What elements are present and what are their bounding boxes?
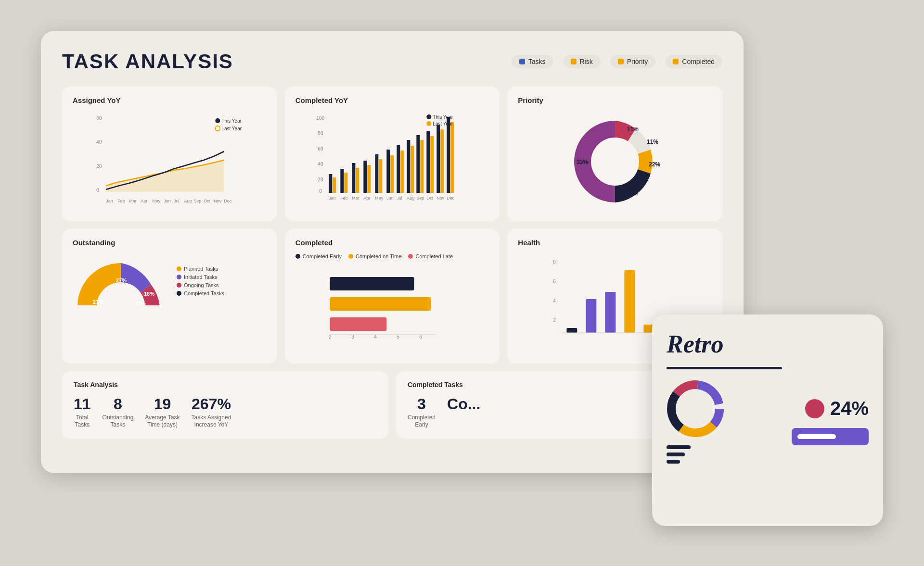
svg-rect-33	[356, 168, 359, 193]
legend-planned: Planned Tasks	[177, 266, 224, 272]
priority-donut-chart: 11% 11% 22% 22% 33%	[557, 106, 673, 212]
assigned-yoy-title: Assigned YoY	[73, 96, 267, 104]
svg-text:4: 4	[374, 334, 377, 340]
svg-text:60: 60	[318, 146, 323, 151]
outer-wrapper: TASK ANALYSIS Tasks Risk Priority Comple…	[41, 31, 883, 536]
retro-card: Retro	[652, 314, 883, 526]
priority-panel: Priority	[507, 87, 722, 221]
retro-left-section	[667, 380, 724, 464]
svg-rect-32	[352, 163, 355, 193]
tasks-dot	[519, 59, 525, 64]
retro-content: 24%	[667, 380, 869, 464]
svg-rect-31	[344, 173, 347, 193]
retro-progress-bar[interactable]	[792, 428, 869, 445]
svg-rect-49	[440, 129, 444, 193]
svg-text:Sep: Sep	[193, 199, 201, 203]
retro-bar-fill	[797, 434, 836, 439]
svg-text:Nov: Nov	[436, 196, 445, 201]
svg-rect-95	[625, 270, 635, 333]
svg-text:2: 2	[553, 317, 556, 323]
svg-text:6: 6	[419, 334, 422, 340]
svg-text:Last Year: Last Year	[433, 121, 453, 126]
legend-pill-risk[interactable]: Risk	[563, 55, 601, 68]
legend-pill-priority[interactable]: Priority	[610, 55, 656, 68]
outstanding-panel: Outstanding	[62, 229, 277, 364]
avg-task-time-stat: 19 Average TaskTime (days)	[145, 396, 180, 429]
svg-text:0: 0	[319, 189, 322, 194]
svg-text:0: 0	[96, 188, 99, 193]
svg-rect-35	[367, 165, 371, 193]
svg-text:Aug: Aug	[184, 199, 192, 203]
svg-text:May: May	[375, 196, 384, 201]
retro-menu-lines[interactable]	[667, 445, 691, 464]
svg-point-102	[680, 393, 711, 424]
dashboard-header: TASK ANALYSIS Tasks Risk Priority Comple…	[62, 50, 722, 73]
completed-yoy-title: Completed YoY	[295, 96, 489, 104]
svg-text:Mar: Mar	[352, 196, 359, 201]
dashboard-card: TASK ANALYSIS Tasks Risk Priority Comple…	[41, 31, 744, 473]
svg-text:80: 80	[318, 131, 323, 136]
task-analysis-stats-row: 11 TotalTasks 8 OutstandingTasks 19 Aver…	[74, 396, 377, 429]
total-tasks-label: TotalTasks	[74, 414, 91, 429]
svg-rect-48	[436, 125, 440, 193]
svg-text:Jul: Jul	[174, 199, 180, 203]
outstanding-title: Outstanding	[73, 239, 267, 247]
legend-pill-tasks[interactable]: Tasks	[512, 55, 553, 68]
legend-pill-completed[interactable]: Completed	[665, 55, 722, 68]
svg-rect-74	[73, 305, 169, 311]
completed-hbar-chart: 2 3 4 5 6	[295, 267, 489, 344]
priority-dot	[618, 59, 624, 64]
svg-text:Feb: Feb	[117, 199, 125, 203]
completed-other-value: Co...	[447, 396, 480, 412]
retro-donut	[667, 380, 724, 438]
legend-completed-tasks-label: Completed Tasks	[184, 290, 224, 296]
bottom-stats-row: Task Analysis 11 TotalTasks 8 Outstandin…	[62, 371, 722, 439]
svg-text:Jan: Jan	[106, 199, 113, 203]
retro-controls	[667, 443, 691, 464]
outstanding-chart: 27% 27% 18% 27%	[73, 253, 169, 311]
completed-early-stat: 3 CompletedEarly	[408, 396, 436, 429]
completed-dot	[673, 59, 679, 64]
menu-line-1	[667, 445, 691, 449]
completed-yoy-chart: 100 80 60 40 20 0	[295, 111, 489, 207]
legend-risk-label: Risk	[580, 58, 593, 65]
svg-text:60: 60	[96, 115, 102, 121]
svg-point-68	[591, 138, 639, 186]
svg-point-20	[215, 126, 220, 131]
svg-text:27%: 27%	[135, 301, 146, 306]
retro-percent-container: 24%	[805, 398, 869, 419]
svg-text:May: May	[152, 199, 161, 203]
svg-text:Jan: Jan	[329, 196, 336, 201]
menu-line-3	[667, 460, 680, 464]
svg-rect-38	[386, 150, 390, 193]
middle-charts-grid: Outstanding	[62, 229, 722, 364]
menu-line-2	[667, 453, 685, 456]
svg-text:Mar: Mar	[129, 199, 137, 203]
svg-text:Last Year: Last Year	[221, 126, 242, 131]
svg-text:3: 3	[351, 334, 354, 340]
completed-other-stat: Co...	[447, 396, 480, 414]
legend-completed-tasks: Completed Tasks	[177, 290, 224, 296]
health-title: Health	[518, 239, 712, 247]
assigned-yoy-panel: Assigned YoY 60 40 20 0 Jan Feb Mar Apr …	[62, 87, 277, 221]
total-tasks-value: 11	[74, 396, 91, 412]
legend-initiated-label: Initiated Tasks	[184, 274, 218, 280]
svg-text:11%: 11%	[647, 138, 658, 145]
priority-title: Priority	[518, 96, 712, 104]
svg-text:Sep: Sep	[416, 196, 424, 201]
completed-ontime-label: Completed on Time	[356, 253, 401, 259]
svg-rect-93	[586, 299, 597, 333]
svg-rect-79	[330, 277, 414, 290]
legend-ongoing: Ongoing Tasks	[177, 282, 224, 288]
svg-text:33%: 33%	[577, 159, 588, 165]
legend-completed-ontime: Completed on Time	[348, 253, 401, 259]
svg-text:Jun: Jun	[164, 199, 171, 203]
svg-point-64	[426, 114, 431, 119]
tasks-increase-stat: 267% Tasks AssignedIncrease YoY	[192, 396, 231, 429]
svg-rect-80	[330, 297, 431, 311]
svg-text:Feb: Feb	[340, 196, 348, 201]
svg-rect-37	[379, 159, 382, 193]
svg-text:This Year: This Year	[433, 114, 453, 120]
svg-text:22%: 22%	[649, 161, 660, 168]
legend-ongoing-label: Ongoing Tasks	[184, 282, 219, 288]
